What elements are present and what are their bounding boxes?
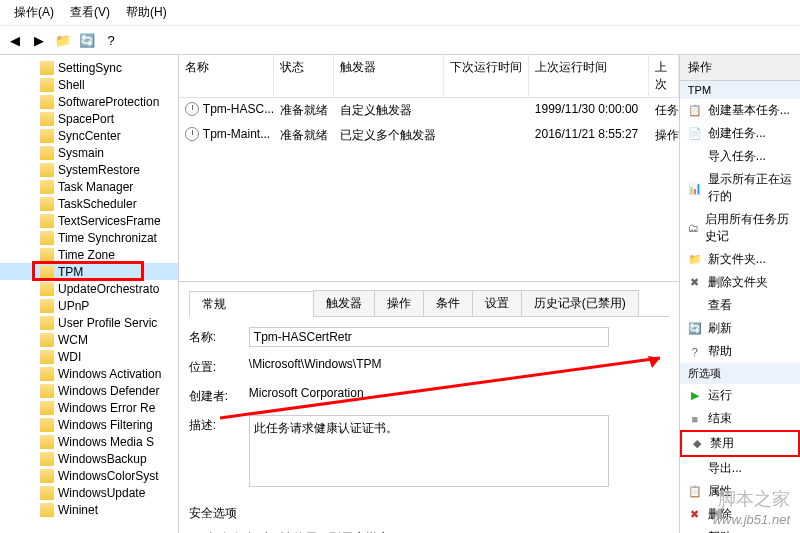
tree-item[interactable]: Windows Activation	[0, 365, 178, 382]
watermark-title: 脚本之家	[718, 487, 790, 511]
action-icon	[688, 150, 702, 164]
action-icon: 📋	[688, 485, 702, 499]
name-label: 名称:	[189, 327, 249, 347]
col-status[interactable]: 状态	[274, 55, 334, 97]
tree-item[interactable]: SystemRestore	[0, 161, 178, 178]
folder-icon	[40, 197, 54, 211]
folder-icon	[40, 503, 54, 517]
col-last[interactable]: 上次运行时间	[529, 55, 649, 97]
tree-item[interactable]: Windows Media S	[0, 433, 178, 450]
tree-item[interactable]: WDI	[0, 348, 178, 365]
action-icon: ◆	[690, 437, 704, 451]
action-item[interactable]: 📋创建基本任务...	[680, 99, 800, 122]
tab-conditions[interactable]: 条件	[423, 290, 473, 316]
tree-item[interactable]: TextServicesFrame	[0, 212, 178, 229]
nav-fwd-icon[interactable]: ▶	[28, 29, 50, 51]
action-item[interactable]: 📁新文件夹...	[680, 248, 800, 271]
tree-item[interactable]: UPnP	[0, 297, 178, 314]
tree-item[interactable]: Windows Defender	[0, 382, 178, 399]
task-row[interactable]: Tpm-HASC...准备就绪自定义触发器1999/11/30 0:00:00任…	[179, 98, 679, 123]
tree-item[interactable]: WindowsBackup	[0, 450, 178, 467]
tree-item[interactable]: Time Zone	[0, 246, 178, 263]
nav-back-icon[interactable]: ◀	[4, 29, 26, 51]
tree-item[interactable]: Time Synchronizat	[0, 229, 178, 246]
menu-help[interactable]: 帮助(H)	[118, 2, 175, 23]
action-label: 新文件夹...	[708, 251, 766, 268]
menu-action[interactable]: 操作(A)	[6, 2, 62, 23]
tree-item[interactable]: Shell	[0, 76, 178, 93]
tab-actions[interactable]: 操作	[374, 290, 424, 316]
col-next[interactable]: 下次运行时间	[444, 55, 529, 97]
menu-view[interactable]: 查看(V)	[62, 2, 118, 23]
tab-general[interactable]: 常规	[189, 291, 314, 317]
action-item[interactable]: ?帮助	[680, 526, 800, 533]
action-item[interactable]: 📊显示所有正在运行的	[680, 168, 800, 208]
tree-item[interactable]: SpacePort	[0, 110, 178, 127]
tree-label: Time Zone	[58, 248, 115, 262]
tree-item[interactable]: Windows Filtering	[0, 416, 178, 433]
action-item[interactable]: ?帮助	[680, 340, 800, 363]
action-label: 结束	[708, 410, 732, 427]
action-icon: 📁	[688, 253, 702, 267]
actions-header: 操作	[680, 55, 800, 81]
task-list[interactable]: 名称 状态 触发器 下次运行时间 上次运行时间 上次 Tpm-HASC...准备…	[179, 55, 679, 282]
col-lastresult[interactable]: 上次	[649, 55, 679, 97]
tree-item[interactable]: WindowsColorSyst	[0, 467, 178, 484]
tree-item[interactable]: TaskScheduler	[0, 195, 178, 212]
refresh-icon[interactable]: 🔄	[76, 29, 98, 51]
tree-item[interactable]: WindowsUpdate	[0, 484, 178, 501]
tree-item[interactable]: UpdateOrchestrato	[0, 280, 178, 297]
tree-label: UPnP	[58, 299, 89, 313]
security-label: 安全选项	[189, 505, 669, 522]
action-label: 禁用	[710, 435, 734, 452]
tree-label: SettingSync	[58, 61, 122, 75]
help-icon[interactable]: ?	[100, 29, 122, 51]
action-item[interactable]: 📄创建任务...	[680, 122, 800, 145]
folder-icon[interactable]: 📁	[52, 29, 74, 51]
tree-label: SoftwareProtection	[58, 95, 159, 109]
tab-settings[interactable]: 设置	[472, 290, 522, 316]
tree-label: TaskScheduler	[58, 197, 137, 211]
action-item[interactable]: ◆禁用	[680, 430, 800, 457]
task-details: 常规 触发器 操作 条件 设置 历史记录(已禁用) 名称: 位置:\Micros…	[179, 282, 679, 533]
folder-tree[interactable]: SettingSyncShellSoftwareProtectionSpaceP…	[0, 55, 179, 533]
action-item[interactable]: ■结束	[680, 407, 800, 430]
tree-item[interactable]: Windows Error Re	[0, 399, 178, 416]
tree-item[interactable]: Task Manager	[0, 178, 178, 195]
action-item[interactable]: ✖删除文件夹	[680, 271, 800, 294]
action-item[interactable]: ▶运行	[680, 384, 800, 407]
tree-item[interactable]: SoftwareProtection	[0, 93, 178, 110]
watermark-url: www.jb51.net	[713, 512, 790, 527]
folder-icon	[40, 95, 54, 109]
action-item[interactable]: 查看	[680, 294, 800, 317]
folder-icon	[40, 146, 54, 160]
tree-label: Sysmain	[58, 146, 104, 160]
folder-icon	[40, 180, 54, 194]
tab-history[interactable]: 历史记录(已禁用)	[521, 290, 639, 316]
tree-item[interactable]: Sysmain	[0, 144, 178, 161]
col-trigger[interactable]: 触发器	[334, 55, 444, 97]
tree-label: Windows Defender	[58, 384, 159, 398]
tree-item[interactable]: TPM	[0, 263, 178, 280]
tree-item[interactable]: SyncCenter	[0, 127, 178, 144]
action-item[interactable]: 🔄刷新	[680, 317, 800, 340]
tree-label: UpdateOrchestrato	[58, 282, 159, 296]
tree-item[interactable]: WCM	[0, 331, 178, 348]
action-icon: ■	[688, 412, 702, 426]
tree-label: Windows Error Re	[58, 401, 155, 415]
tree-label: Windows Activation	[58, 367, 161, 381]
tree-item[interactable]: User Profile Servic	[0, 314, 178, 331]
action-item[interactable]: 导出...	[680, 457, 800, 480]
folder-icon	[40, 129, 54, 143]
desc-field[interactable]: 此任务请求健康认证证书。	[249, 415, 609, 487]
task-row[interactable]: Tpm-Maint...准备就绪已定义多个触发器2016/11/21 8:55:…	[179, 123, 679, 148]
tree-item[interactable]: SettingSync	[0, 59, 178, 76]
tab-triggers[interactable]: 触发器	[313, 290, 375, 316]
tree-item[interactable]: Wininet	[0, 501, 178, 518]
tree-label: Wininet	[58, 503, 98, 517]
action-item[interactable]: 导入任务...	[680, 145, 800, 168]
col-name[interactable]: 名称	[179, 55, 274, 97]
toolbar: ◀ ▶ 📁 🔄 ?	[0, 26, 800, 55]
action-item[interactable]: 🗂启用所有任务历史记	[680, 208, 800, 248]
name-field[interactable]	[249, 327, 609, 347]
